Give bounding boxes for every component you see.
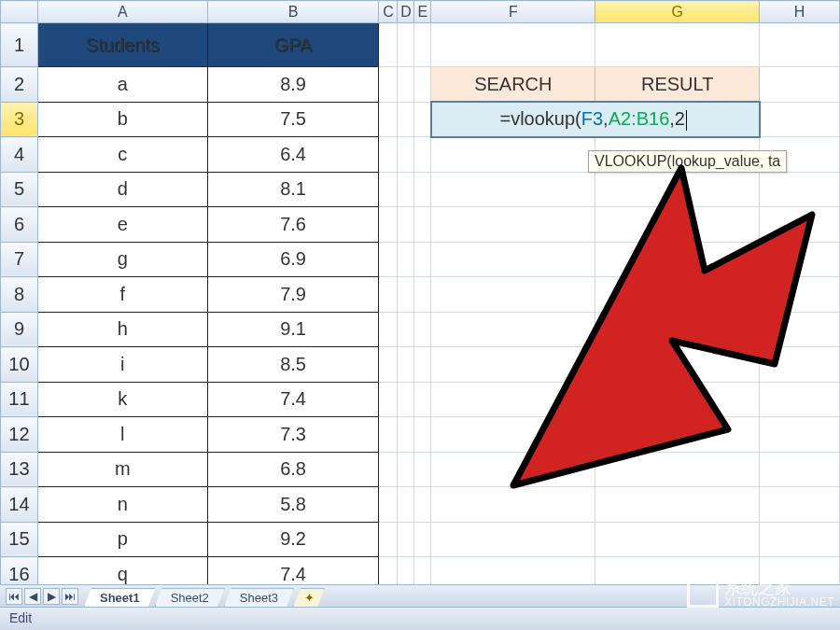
cell-E5[interactable] [414,172,431,207]
cell-C12[interactable] [379,417,398,453]
row-header-4[interactable]: 4 [1,137,38,173]
cell-A12[interactable]: l [37,417,207,453]
cell-F10[interactable] [431,347,595,383]
column-header-row[interactable]: A B C D E F G H [1,1,840,23]
cell-D5[interactable] [398,172,414,207]
cell-E8[interactable] [414,277,431,313]
cell-B1[interactable]: GPA [207,23,379,67]
cell-F5[interactable] [431,172,595,207]
cell-E14[interactable] [414,487,431,523]
cell-A10[interactable]: i [37,347,207,383]
cell-H10[interactable] [760,347,840,383]
nav-next-icon[interactable]: ▶ [43,588,60,605]
cell-H11[interactable] [760,382,840,417]
col-header-H[interactable]: H [760,1,840,23]
cell-H6[interactable] [760,207,840,243]
cell-D10[interactable] [398,347,414,383]
nav-last-icon[interactable]: ⏭ [62,588,78,605]
cell-B7[interactable]: 6.9 [207,242,379,277]
cell-A3[interactable]: b [37,102,207,137]
cell-F4[interactable] [431,137,595,173]
cell-D11[interactable] [398,382,414,417]
cell-H13[interactable] [760,452,840,487]
select-all-corner[interactable] [1,1,38,23]
cell-D8[interactable] [398,277,414,313]
cell-C14[interactable] [379,487,398,523]
cell-C4[interactable] [379,137,398,173]
cell-E15[interactable] [414,522,431,557]
cell-H15[interactable] [760,522,840,557]
cell-G7[interactable] [595,242,760,277]
cell-D13[interactable] [398,452,414,487]
col-header-B[interactable]: B [207,1,379,23]
cell-F12[interactable] [431,417,595,453]
cell-A4[interactable]: c [37,137,207,173]
row-header-6[interactable]: 6 [1,207,38,243]
cell-H1[interactable] [760,23,840,67]
row-header-13[interactable]: 13 [1,452,38,487]
cell-C8[interactable] [379,277,398,313]
new-sheet-button[interactable]: ✦ [293,588,325,607]
cell-D6[interactable] [398,207,414,243]
cell-C13[interactable] [379,452,398,487]
formula-edit-cell[interactable]: =vlookup(F3,A2:B16,2 [431,102,760,137]
cell-A5[interactable]: d [37,172,207,207]
cell-E3[interactable] [414,102,431,137]
cell-F15[interactable] [431,522,595,557]
cell-G11[interactable] [595,382,760,417]
cell-B13[interactable]: 6.8 [207,452,379,487]
row-header-1[interactable]: 1 [1,23,38,67]
cell-E13[interactable] [414,452,431,487]
cell-B5[interactable]: 8.1 [207,172,379,207]
cell-G13[interactable] [595,452,760,487]
row-header-10[interactable]: 10 [1,347,38,383]
cell-H12[interactable] [760,417,840,453]
cell-E11[interactable] [414,382,431,417]
col-header-C[interactable]: C [379,1,398,23]
cell-E7[interactable] [414,242,431,277]
cell-H14[interactable] [760,487,840,523]
row-header-15[interactable]: 15 [1,522,38,557]
row-header-8[interactable]: 8 [1,277,38,313]
cell-D7[interactable] [398,242,414,277]
cell-E10[interactable] [414,347,431,383]
cell-G9[interactable] [595,312,760,347]
cell-C10[interactable] [379,347,398,383]
cell-E1[interactable] [414,23,431,67]
cell-G10[interactable] [595,347,760,383]
cell-C1[interactable] [379,23,398,67]
cell-B2[interactable]: 8.9 [207,67,379,103]
cell-G15[interactable] [595,522,760,557]
cell-H5[interactable] [760,172,840,207]
cell-C15[interactable] [379,522,398,557]
cell-H2[interactable] [760,67,840,103]
nav-prev-icon[interactable]: ◀ [24,588,41,605]
spreadsheet-grid[interactable]: A B C D E F G H 1StudentsGPA2a8.9SEARCHR… [0,0,840,593]
cell-D4[interactable] [398,137,414,173]
cell-B14[interactable]: 5.8 [207,487,379,523]
cell-B12[interactable]: 7.3 [207,417,379,453]
cell-G1[interactable] [595,23,760,67]
cell-B8[interactable]: 7.9 [207,277,379,313]
sheet-tab-sheet2[interactable]: Sheet2 [155,588,225,607]
cell-A13[interactable]: m [37,452,207,487]
cell-G8[interactable] [595,277,760,313]
cell-D12[interactable] [398,417,414,453]
cell-F2[interactable]: SEARCH [431,67,595,103]
cell-F13[interactable] [431,452,595,487]
cell-A8[interactable]: f [37,277,207,313]
cell-G6[interactable] [595,207,760,243]
cell-D14[interactable] [398,487,414,523]
cell-D2[interactable] [398,67,414,103]
row-header-12[interactable]: 12 [1,417,38,453]
cell-B6[interactable]: 7.6 [207,207,379,243]
cell-C2[interactable] [379,67,398,103]
col-header-D[interactable]: D [398,1,414,23]
cell-D15[interactable] [398,522,414,557]
cell-E6[interactable] [414,207,431,243]
cell-C5[interactable] [379,172,398,207]
cell-E12[interactable] [414,417,431,453]
cell-A11[interactable]: k [37,382,207,417]
cell-E2[interactable] [414,67,431,103]
cell-F6[interactable] [431,207,595,243]
